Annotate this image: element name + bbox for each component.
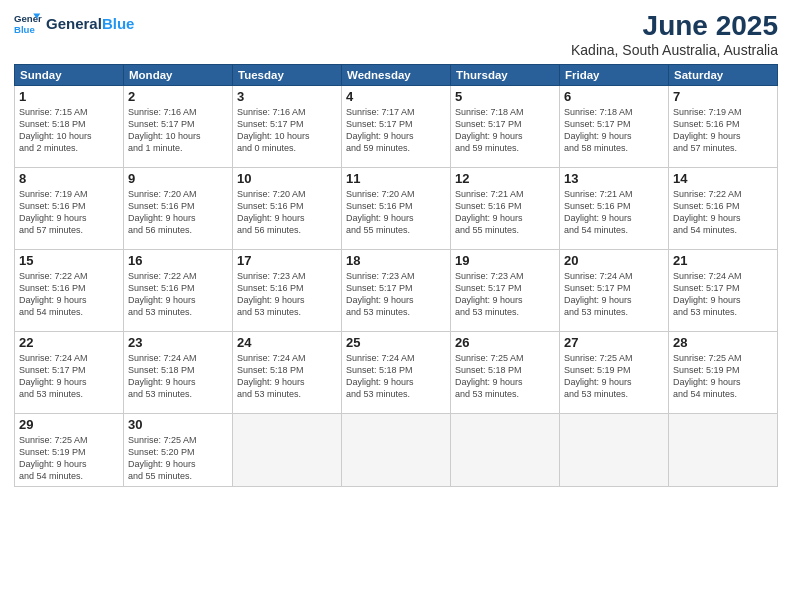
header-sunday: Sunday <box>15 65 124 86</box>
day-number: 13 <box>564 171 664 186</box>
day-number: 21 <box>673 253 773 268</box>
calendar-cell: 16Sunrise: 7:22 AM Sunset: 5:16 PM Dayli… <box>124 250 233 332</box>
calendar-cell: 26Sunrise: 7:25 AM Sunset: 5:18 PM Dayli… <box>451 332 560 414</box>
day-info: Sunrise: 7:16 AM Sunset: 5:17 PM Dayligh… <box>128 106 228 155</box>
day-number: 28 <box>673 335 773 350</box>
day-number: 2 <box>128 89 228 104</box>
calendar-cell: 15Sunrise: 7:22 AM Sunset: 5:16 PM Dayli… <box>15 250 124 332</box>
calendar-cell: 11Sunrise: 7:20 AM Sunset: 5:16 PM Dayli… <box>342 168 451 250</box>
day-number: 19 <box>455 253 555 268</box>
day-number: 15 <box>19 253 119 268</box>
day-number: 12 <box>455 171 555 186</box>
day-info: Sunrise: 7:24 AM Sunset: 5:17 PM Dayligh… <box>19 352 119 401</box>
day-info: Sunrise: 7:21 AM Sunset: 5:16 PM Dayligh… <box>455 188 555 237</box>
day-number: 22 <box>19 335 119 350</box>
day-info: Sunrise: 7:23 AM Sunset: 5:17 PM Dayligh… <box>455 270 555 319</box>
day-info: Sunrise: 7:22 AM Sunset: 5:16 PM Dayligh… <box>673 188 773 237</box>
day-info: Sunrise: 7:25 AM Sunset: 5:19 PM Dayligh… <box>673 352 773 401</box>
day-number: 18 <box>346 253 446 268</box>
day-number: 11 <box>346 171 446 186</box>
calendar-cell <box>669 414 778 487</box>
day-number: 20 <box>564 253 664 268</box>
day-number: 10 <box>237 171 337 186</box>
day-number: 26 <box>455 335 555 350</box>
location: Kadina, South Australia, Australia <box>571 42 778 58</box>
header-monday: Monday <box>124 65 233 86</box>
header-saturday: Saturday <box>669 65 778 86</box>
day-info: Sunrise: 7:22 AM Sunset: 5:16 PM Dayligh… <box>19 270 119 319</box>
day-info: Sunrise: 7:16 AM Sunset: 5:17 PM Dayligh… <box>237 106 337 155</box>
day-info: Sunrise: 7:21 AM Sunset: 5:16 PM Dayligh… <box>564 188 664 237</box>
calendar-cell <box>342 414 451 487</box>
day-info: Sunrise: 7:18 AM Sunset: 5:17 PM Dayligh… <box>564 106 664 155</box>
calendar-cell: 10Sunrise: 7:20 AM Sunset: 5:16 PM Dayli… <box>233 168 342 250</box>
day-number: 17 <box>237 253 337 268</box>
day-info: Sunrise: 7:23 AM Sunset: 5:17 PM Dayligh… <box>346 270 446 319</box>
day-info: Sunrise: 7:20 AM Sunset: 5:16 PM Dayligh… <box>237 188 337 237</box>
calendar-cell: 2Sunrise: 7:16 AM Sunset: 5:17 PM Daylig… <box>124 86 233 168</box>
day-info: Sunrise: 7:24 AM Sunset: 5:17 PM Dayligh… <box>673 270 773 319</box>
day-number: 14 <box>673 171 773 186</box>
day-info: Sunrise: 7:23 AM Sunset: 5:16 PM Dayligh… <box>237 270 337 319</box>
svg-text:Blue: Blue <box>14 24 35 35</box>
day-number: 7 <box>673 89 773 104</box>
day-info: Sunrise: 7:25 AM Sunset: 5:19 PM Dayligh… <box>19 434 119 483</box>
day-info: Sunrise: 7:19 AM Sunset: 5:16 PM Dayligh… <box>673 106 773 155</box>
weekday-header-row: Sunday Monday Tuesday Wednesday Thursday… <box>15 65 778 86</box>
day-info: Sunrise: 7:25 AM Sunset: 5:20 PM Dayligh… <box>128 434 228 483</box>
calendar-cell: 1Sunrise: 7:15 AM Sunset: 5:18 PM Daylig… <box>15 86 124 168</box>
day-info: Sunrise: 7:24 AM Sunset: 5:18 PM Dayligh… <box>237 352 337 401</box>
header-wednesday: Wednesday <box>342 65 451 86</box>
calendar-cell: 29Sunrise: 7:25 AM Sunset: 5:19 PM Dayli… <box>15 414 124 487</box>
logo: General Blue GeneralBlue <box>14 10 134 38</box>
day-info: Sunrise: 7:15 AM Sunset: 5:18 PM Dayligh… <box>19 106 119 155</box>
calendar-cell: 24Sunrise: 7:24 AM Sunset: 5:18 PM Dayli… <box>233 332 342 414</box>
day-number: 5 <box>455 89 555 104</box>
month-year: June 2025 <box>571 10 778 42</box>
calendar-cell: 19Sunrise: 7:23 AM Sunset: 5:17 PM Dayli… <box>451 250 560 332</box>
header-tuesday: Tuesday <box>233 65 342 86</box>
day-info: Sunrise: 7:24 AM Sunset: 5:18 PM Dayligh… <box>346 352 446 401</box>
calendar-cell: 9Sunrise: 7:20 AM Sunset: 5:16 PM Daylig… <box>124 168 233 250</box>
day-number: 3 <box>237 89 337 104</box>
day-number: 27 <box>564 335 664 350</box>
day-number: 30 <box>128 417 228 432</box>
day-info: Sunrise: 7:25 AM Sunset: 5:18 PM Dayligh… <box>455 352 555 401</box>
calendar-cell: 6Sunrise: 7:18 AM Sunset: 5:17 PM Daylig… <box>560 86 669 168</box>
calendar-cell: 7Sunrise: 7:19 AM Sunset: 5:16 PM Daylig… <box>669 86 778 168</box>
day-info: Sunrise: 7:19 AM Sunset: 5:16 PM Dayligh… <box>19 188 119 237</box>
day-number: 23 <box>128 335 228 350</box>
header-friday: Friday <box>560 65 669 86</box>
logo-blue-text: Blue <box>102 15 135 32</box>
calendar-cell: 30Sunrise: 7:25 AM Sunset: 5:20 PM Dayli… <box>124 414 233 487</box>
day-info: Sunrise: 7:24 AM Sunset: 5:18 PM Dayligh… <box>128 352 228 401</box>
day-info: Sunrise: 7:20 AM Sunset: 5:16 PM Dayligh… <box>128 188 228 237</box>
day-number: 24 <box>237 335 337 350</box>
day-info: Sunrise: 7:25 AM Sunset: 5:19 PM Dayligh… <box>564 352 664 401</box>
day-info: Sunrise: 7:20 AM Sunset: 5:16 PM Dayligh… <box>346 188 446 237</box>
calendar-cell: 5Sunrise: 7:18 AM Sunset: 5:17 PM Daylig… <box>451 86 560 168</box>
calendar-cell: 18Sunrise: 7:23 AM Sunset: 5:17 PM Dayli… <box>342 250 451 332</box>
day-number: 1 <box>19 89 119 104</box>
calendar-cell: 28Sunrise: 7:25 AM Sunset: 5:19 PM Dayli… <box>669 332 778 414</box>
calendar-cell: 3Sunrise: 7:16 AM Sunset: 5:17 PM Daylig… <box>233 86 342 168</box>
calendar-cell <box>451 414 560 487</box>
day-number: 4 <box>346 89 446 104</box>
logo-text: GeneralBlue <box>46 15 134 32</box>
logo-icon: General Blue <box>14 10 42 38</box>
logo-general: General <box>46 15 102 32</box>
calendar-cell: 20Sunrise: 7:24 AM Sunset: 5:17 PM Dayli… <box>560 250 669 332</box>
day-info: Sunrise: 7:22 AM Sunset: 5:16 PM Dayligh… <box>128 270 228 319</box>
day-number: 9 <box>128 171 228 186</box>
calendar-cell: 17Sunrise: 7:23 AM Sunset: 5:16 PM Dayli… <box>233 250 342 332</box>
calendar: Sunday Monday Tuesday Wednesday Thursday… <box>14 64 778 487</box>
calendar-cell: 13Sunrise: 7:21 AM Sunset: 5:16 PM Dayli… <box>560 168 669 250</box>
header-thursday: Thursday <box>451 65 560 86</box>
calendar-cell: 23Sunrise: 7:24 AM Sunset: 5:18 PM Dayli… <box>124 332 233 414</box>
calendar-cell: 21Sunrise: 7:24 AM Sunset: 5:17 PM Dayli… <box>669 250 778 332</box>
calendar-cell: 22Sunrise: 7:24 AM Sunset: 5:17 PM Dayli… <box>15 332 124 414</box>
calendar-cell: 12Sunrise: 7:21 AM Sunset: 5:16 PM Dayli… <box>451 168 560 250</box>
day-number: 8 <box>19 171 119 186</box>
day-number: 29 <box>19 417 119 432</box>
calendar-cell: 4Sunrise: 7:17 AM Sunset: 5:17 PM Daylig… <box>342 86 451 168</box>
